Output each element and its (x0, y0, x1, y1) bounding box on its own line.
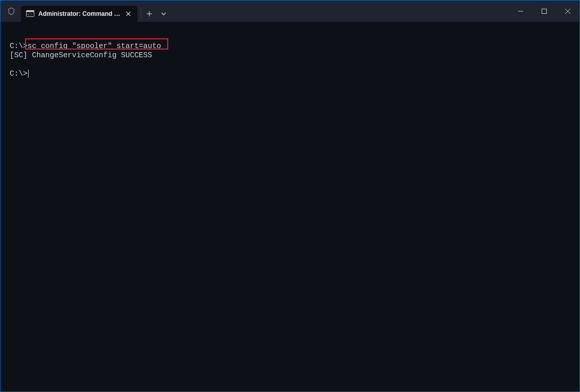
shield-icon (7, 7, 16, 16)
tab-close-button[interactable] (124, 10, 132, 18)
tab-title: Administrator: Command Prom (38, 10, 124, 17)
blank-line (10, 60, 570, 69)
tab-dropdown-button[interactable] (158, 6, 170, 22)
maximize-button[interactable] (532, 3, 556, 19)
minimize-button[interactable] (509, 3, 532, 19)
window-controls (509, 3, 579, 19)
tab-command-prompt[interactable]: C:\ Administrator: Command Prom (21, 6, 138, 22)
prompt: C:\> (10, 70, 28, 78)
new-tab-button[interactable] (141, 6, 158, 22)
terminal-line-output: [SC] ChangeServiceConfig SUCCESS (10, 51, 570, 60)
svg-rect-8 (542, 9, 547, 14)
terminal-line-prompt: C:\> (10, 69, 570, 78)
cursor-icon (28, 70, 29, 78)
terminal-area[interactable]: C:\>sc config "spooler" start=auto [SC] … (1, 22, 579, 391)
command-text: sc config "spooler" start=auto (28, 42, 161, 50)
svg-text:C:\: C:\ (28, 12, 32, 16)
terminal-line-command: C:\>sc config "spooler" start=auto (10, 41, 570, 51)
close-window-button[interactable] (556, 3, 579, 19)
prompt: C:\> (10, 42, 28, 50)
cmd-icon: C:\ (26, 10, 34, 18)
titlebar: C:\ Administrator: Command Prom (1, 1, 579, 22)
